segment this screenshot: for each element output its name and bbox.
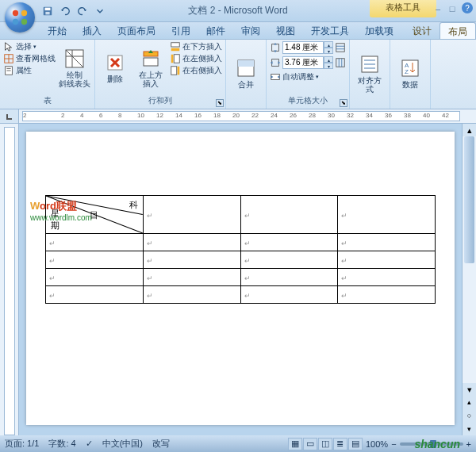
distribute-cols-icon[interactable] <box>335 57 346 68</box>
document-area: Word联盟 www.wordlm.com 科 目 星 期 ↵ ↵ ↵ ↵↵↵↵… <box>0 124 476 435</box>
language-status[interactable]: 中文(中国) <box>102 438 143 450</box>
table-cell[interactable]: ↵ <box>338 196 436 234</box>
table-cell[interactable]: ↵ <box>143 234 240 251</box>
word-count[interactable]: 字数: 4 <box>48 438 75 450</box>
print-layout-view[interactable]: ▦ <box>288 438 302 450</box>
cursor-icon <box>3 41 14 52</box>
minimize-button[interactable]: – <box>432 3 444 14</box>
tab-references[interactable]: 引用 <box>163 22 198 39</box>
table-cell[interactable]: ↵ <box>338 269 436 286</box>
rowcol-launcher[interactable]: ⬊ <box>216 99 224 107</box>
table-cell[interactable]: ↵ <box>338 234 436 251</box>
overtype-status[interactable]: 改写 <box>152 438 170 450</box>
svg-rect-6 <box>45 11 49 14</box>
scroll-thumb[interactable] <box>464 136 474 263</box>
width-up[interactable]: ▴ <box>324 56 333 63</box>
table-cell[interactable]: ↵ <box>240 251 338 269</box>
tab-insert[interactable]: 插入 <box>75 22 109 39</box>
scroll-track[interactable] <box>463 136 476 383</box>
view-gridlines-button[interactable]: 查看网格线 <box>3 53 56 64</box>
draft-view[interactable]: ▤ <box>348 438 363 450</box>
fullscreen-view[interactable]: ▭ <box>303 438 317 450</box>
maximize-button[interactable]: □ <box>446 3 459 14</box>
outline-view[interactable]: ≣ <box>333 438 347 450</box>
height-down[interactable]: ▾ <box>324 48 333 54</box>
ruler-scale[interactable]: 224681012141618202224262830323436384042 <box>22 111 460 121</box>
height-up[interactable]: ▴ <box>324 41 333 48</box>
undo-icon <box>60 6 71 17</box>
tab-mailings[interactable]: 邮件 <box>198 22 233 39</box>
table-cell[interactable]: ↵ <box>143 286 240 304</box>
table-cell[interactable]: ↵ <box>46 286 144 304</box>
insert-below-icon <box>170 41 181 52</box>
scroll-up-button[interactable]: ▴ <box>463 124 476 136</box>
horizontal-ruler[interactable]: 224681012141618202224262830323436384042 <box>0 109 476 124</box>
delete-button[interactable]: 删除 <box>98 41 132 94</box>
distribute-rows-icon[interactable] <box>335 42 346 53</box>
page-container[interactable]: Word联盟 www.wordlm.com 科 目 星 期 ↵ ↵ ↵ ↵↵↵↵… <box>19 124 462 435</box>
ruler-corner[interactable] <box>0 109 19 123</box>
select-button[interactable]: 选择▾ <box>3 41 56 52</box>
insert-above-button[interactable]: 在上方 插入 <box>134 41 167 94</box>
table-cell[interactable]: ↵ <box>240 286 338 304</box>
col-width-input[interactable]: ▴▾ <box>282 56 333 69</box>
table-cell[interactable]: ↵ <box>338 251 436 269</box>
page-status[interactable]: 页面: 1/1 <box>5 438 39 450</box>
qat-more-button[interactable] <box>92 3 108 19</box>
draw-diagonal-header-button[interactable]: 绘制 斜线表头 <box>58 41 91 94</box>
help-button[interactable]: ? <box>462 2 473 13</box>
document-table[interactable]: 科 目 星 期 ↵ ↵ ↵ ↵↵↵↵ ↵↵↵↵ ↵↵↵↵ ↵↵↵↵ <box>45 195 436 304</box>
browse-button[interactable]: ○ <box>467 412 471 419</box>
svg-rect-34 <box>272 59 279 67</box>
insert-left-button[interactable]: 在左侧插入 <box>170 53 222 64</box>
merge-button[interactable]: 合并 <box>229 41 263 105</box>
insert-below-button[interactable]: 在下方插入 <box>170 41 222 52</box>
table-cell[interactable]: ↵ <box>46 269 144 286</box>
tab-addins[interactable]: 加载项 <box>357 22 401 39</box>
zoom-in-button[interactable]: + <box>466 439 471 449</box>
spell-check-icon[interactable]: ✓ <box>86 439 93 449</box>
tab-layout[interactable]: 布局 <box>440 22 476 39</box>
table-cell[interactable]: ↵ <box>46 234 144 251</box>
properties-icon <box>3 65 14 76</box>
table-cell[interactable]: ↵ <box>143 196 240 234</box>
zoom-out-button[interactable]: − <box>391 439 396 449</box>
undo-button[interactable] <box>57 3 73 19</box>
redo-button[interactable] <box>75 3 90 19</box>
table-cell[interactable]: ↵ <box>240 234 338 251</box>
redo-icon <box>77 6 88 17</box>
tab-pagelayout[interactable]: 页面布局 <box>109 22 163 39</box>
vertical-scrollbar[interactable]: ▴ ▾ ▴ ○ ▾ <box>462 124 476 435</box>
insert-right-button[interactable]: 在右侧插入 <box>170 65 222 76</box>
table-cell[interactable]: ↵ <box>46 251 144 269</box>
tab-developer[interactable]: 开发工具 <box>303 22 357 39</box>
table-cell[interactable]: ↵ <box>338 286 436 304</box>
properties-button[interactable]: 属性 <box>3 65 56 76</box>
table-cell[interactable]: ↵ <box>240 196 338 234</box>
scroll-down-button[interactable]: ▾ <box>463 383 476 396</box>
table-cell[interactable]: ↵ <box>143 251 240 269</box>
width-down[interactable]: ▾ <box>324 63 333 69</box>
alignment-button[interactable]: 对齐方式 <box>353 41 386 105</box>
vertical-ruler[interactable] <box>0 124 19 435</box>
ribbon: 选择▾ 查看网格线 属性 绘制 斜线表头 表 删除 在上方 插入 在下方插入 在 <box>0 40 476 109</box>
next-page-button[interactable]: ▾ <box>467 425 471 433</box>
data-button[interactable]: AZ 数据 <box>393 41 427 105</box>
autofit-button[interactable]: 自动调整▾ <box>270 71 346 82</box>
office-button[interactable] <box>5 2 35 33</box>
prev-page-button[interactable]: ▴ <box>467 398 471 406</box>
svg-rect-31 <box>336 44 345 52</box>
table-diagonal-icon <box>64 48 85 69</box>
zoom-level[interactable]: 100% <box>366 439 388 449</box>
web-view[interactable]: ◫ <box>318 438 332 450</box>
save-button[interactable] <box>40 3 56 19</box>
save-icon <box>42 6 53 17</box>
tab-review[interactable]: 审阅 <box>233 22 268 39</box>
tab-design[interactable]: 设计 <box>405 22 440 39</box>
table-cell[interactable]: ↵ <box>143 269 240 286</box>
table-cell[interactable]: ↵ <box>240 269 338 286</box>
row-height-input[interactable]: ▴▾ <box>282 41 333 54</box>
tab-home[interactable]: 开始 <box>40 22 75 39</box>
tab-view[interactable]: 视图 <box>268 22 303 39</box>
size-launcher[interactable]: ⬊ <box>340 99 347 107</box>
